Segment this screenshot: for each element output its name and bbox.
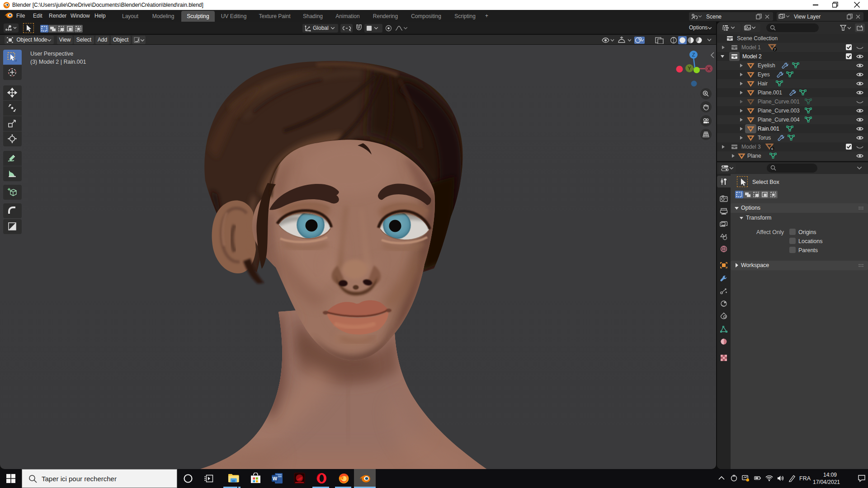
svg-text:X: X bbox=[707, 66, 711, 71]
svg-text:6: 6 bbox=[771, 147, 774, 151]
svg-text:Z: Z bbox=[692, 52, 695, 57]
svg-text:Y: Y bbox=[688, 66, 691, 71]
svg-text:W: W bbox=[273, 476, 278, 481]
